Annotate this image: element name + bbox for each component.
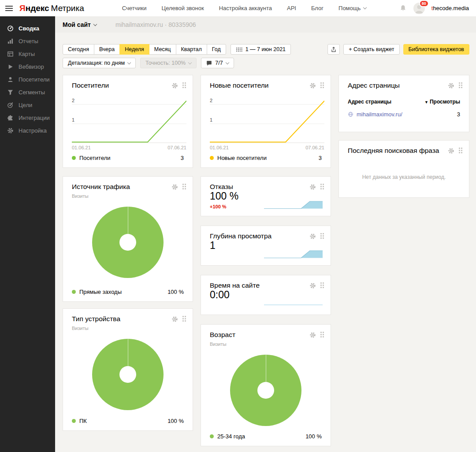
widget-controls [171,184,186,190]
sidebar-item-goals[interactable]: Цели [0,99,55,111]
legend-label: 25-34 года [217,433,245,440]
widget-subtitle: Визиты [72,326,89,331]
widget-title: Адрес страницы [348,82,400,89]
legend-dot [210,434,214,438]
sidebar-item-visitors[interactable]: Посетители [0,73,55,86]
time-sparkline [264,304,323,305]
nav-account-settings[interactable]: Настройка аккаунта [219,5,272,11]
widget-controls [448,82,462,89]
chevron-down-icon [225,60,229,64]
sidebar-label: Посетители [19,76,50,83]
visitors-line-chart [72,97,186,143]
gear-icon[interactable] [309,233,316,240]
sidebar-label: Настройка [19,127,47,134]
period-year-button[interactable]: Год [207,44,226,55]
period-today-button[interactable]: Сегодня [63,44,94,55]
sidebar-item-reports[interactable]: Отчеты [0,35,55,48]
gear-icon[interactable] [309,184,316,190]
time-value: 0:00 [210,289,230,301]
widget-new-visitors: Новые посетители 2 1 01.06.21 07.06.21 [201,75,331,168]
sidebar-label: Отчеты [19,38,38,44]
drag-handle-icon[interactable] [320,233,324,239]
drag-handle-icon[interactable] [182,82,186,88]
widget-bounces: Отказы 100 % +100 % [201,176,331,216]
table-row: mihailmaximov.ru/ 3 [348,111,460,118]
drag-handle-icon[interactable] [459,82,462,88]
calendar-dots-icon [236,47,242,52]
export-icon [331,46,337,53]
drag-handle-icon[interactable] [320,332,324,337]
site-selector-dropdown[interactable]: Мой сайт [63,21,97,28]
notification-count-badge: 80 [419,0,429,7]
accuracy-dropdown[interactable]: Точность: 100% [140,58,197,68]
gear-icon[interactable] [448,82,454,89]
legend-label: Посетители [79,155,111,161]
globe-icon [348,111,353,117]
gear-icon[interactable] [309,82,316,89]
sidebar-item-segments[interactable]: Сегменты [0,86,55,99]
date-range-button[interactable]: 1 — 7 июн 2021 [231,44,291,55]
create-widget-button[interactable]: + Создать виджет [343,44,399,55]
target-icon [7,102,14,108]
period-yesterday-button[interactable]: Вчера [94,44,120,55]
widget-last-search-phrase: Последняя поисковая фраза Нет данных за … [338,140,469,198]
detail-toolbar: Детализация: по дням Точность: 100% 7/7 [63,58,234,68]
drag-handle-icon[interactable] [320,82,324,88]
play-icon [7,63,14,70]
device-type-donut-chart [92,339,164,410]
comments-dropdown[interactable]: 7/7 [201,58,234,68]
sidebar-label: Сводка [19,25,39,32]
legend-dot [72,290,76,294]
account-name[interactable]: thecode.media [431,5,469,11]
gear-icon[interactable] [171,82,178,89]
widget-controls [309,282,324,289]
gear-icon[interactable] [171,184,178,190]
nav-help[interactable]: Помощь [338,5,366,11]
site-counter-info: mihailmaximov.ru · 80335906 [115,21,196,28]
legend-value: 100 % [305,433,322,440]
drag-handle-icon[interactable] [459,148,462,153]
drag-handle-icon[interactable] [182,316,186,322]
widget-controls [309,184,324,190]
sidebar-item-webvisor[interactable]: Вебвизор [0,60,55,73]
sidebar-item-maps[interactable]: Карты [0,48,55,60]
hamburger-menu-icon[interactable] [5,6,13,11]
legend-dot [72,156,76,160]
new-visitors-line-chart [210,97,324,143]
nav-counters[interactable]: Счетчики [122,5,147,11]
app-logo[interactable]: ЯндексМетрика [19,4,84,13]
page-url-link[interactable]: mihailmaximov.ru/ [357,111,402,118]
widget-title: Посетители [72,82,109,89]
sidebar-item-settings[interactable]: Настройка [0,124,55,137]
widget-library-button[interactable]: Библиотека виджетов [403,44,469,55]
sidebar-item-summary[interactable]: Сводка [0,22,55,35]
period-quarter-button[interactable]: Квартал [176,44,207,55]
nav-target-call[interactable]: Целевой звонок [162,5,204,11]
legend-value: 3 [319,155,322,161]
drag-handle-icon[interactable] [320,184,324,189]
drag-handle-icon[interactable] [320,282,324,288]
gear-icon[interactable] [171,316,178,322]
gear-icon[interactable] [448,148,454,154]
breadcrumb: Мой сайт mihailmaximov.ru · 80335906 [55,16,476,33]
nav-blog[interactable]: Блог [311,5,324,11]
period-month-button[interactable]: Месяц [149,44,176,55]
notifications-bell-icon[interactable] [399,4,407,12]
logo-ya: Я [19,4,26,13]
column-views-sort[interactable]: ▼Просмотры [424,99,460,105]
depth-value: 1 [210,240,216,252]
drag-handle-icon[interactable] [182,184,186,189]
sidebar-label: Интеграции [19,115,50,121]
gear-icon[interactable] [309,332,316,338]
puzzle-icon [7,115,14,121]
sidebar-item-integrations[interactable]: Интеграции [0,111,55,124]
chart-legend: Прямые заходы 100 % [72,289,184,295]
widget-title: Новые посетители [210,82,268,89]
nav-api[interactable]: API [287,5,296,11]
user-avatar[interactable]: 80 [413,3,425,14]
period-week-button[interactable]: Неделя [119,44,149,55]
detalization-dropdown[interactable]: Детализация: по дням [63,58,136,68]
gauge-icon [7,25,14,32]
export-button[interactable] [327,44,340,55]
gear-icon[interactable] [309,282,316,289]
